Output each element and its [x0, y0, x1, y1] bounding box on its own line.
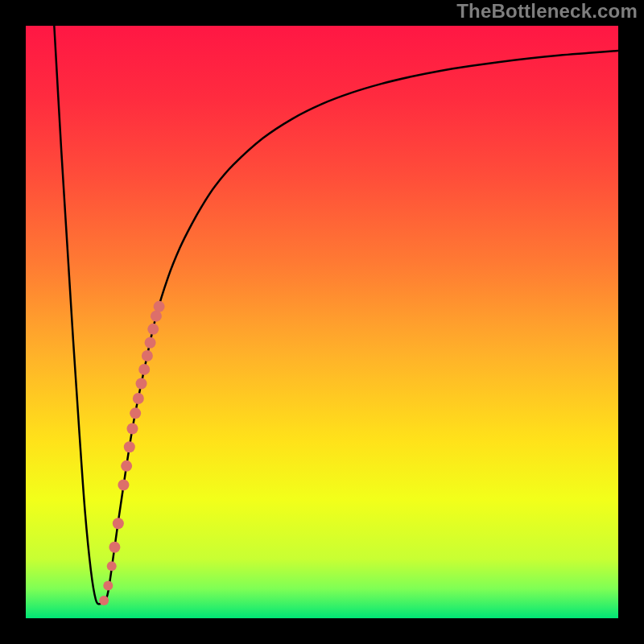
gradient-background — [26, 26, 618, 618]
highlight-dot — [124, 441, 135, 452]
highlight-dot — [126, 423, 138, 434]
highlight-dot — [145, 337, 156, 349]
sparse-dot — [99, 596, 109, 605]
highlight-dot — [121, 460, 132, 472]
highlight-dot — [142, 350, 153, 361]
highlight-dot — [136, 378, 147, 390]
sparse-dot — [103, 581, 113, 591]
chart-frame: TheBottleneck.com — [0, 0, 644, 644]
highlight-dot — [113, 518, 124, 529]
highlight-dot — [154, 301, 165, 312]
highlight-dot — [130, 407, 141, 419]
chart-svg — [26, 26, 618, 618]
highlight-dot — [138, 364, 150, 375]
highlight-dot — [118, 479, 129, 490]
plot-area — [26, 26, 618, 618]
watermark-text: TheBottleneck.com — [456, 0, 638, 23]
highlight-dot — [109, 542, 120, 553]
highlight-dot — [133, 393, 144, 404]
sparse-dot — [107, 561, 117, 571]
highlight-dot — [147, 324, 159, 335]
